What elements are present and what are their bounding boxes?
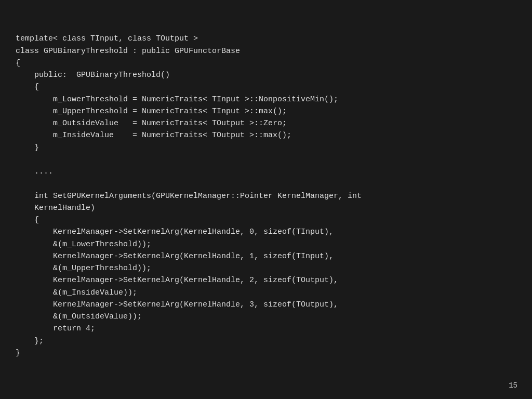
page-number: 15: [509, 381, 517, 390]
code-block: template< class TInput, class TOutput > …: [0, 0, 532, 375]
